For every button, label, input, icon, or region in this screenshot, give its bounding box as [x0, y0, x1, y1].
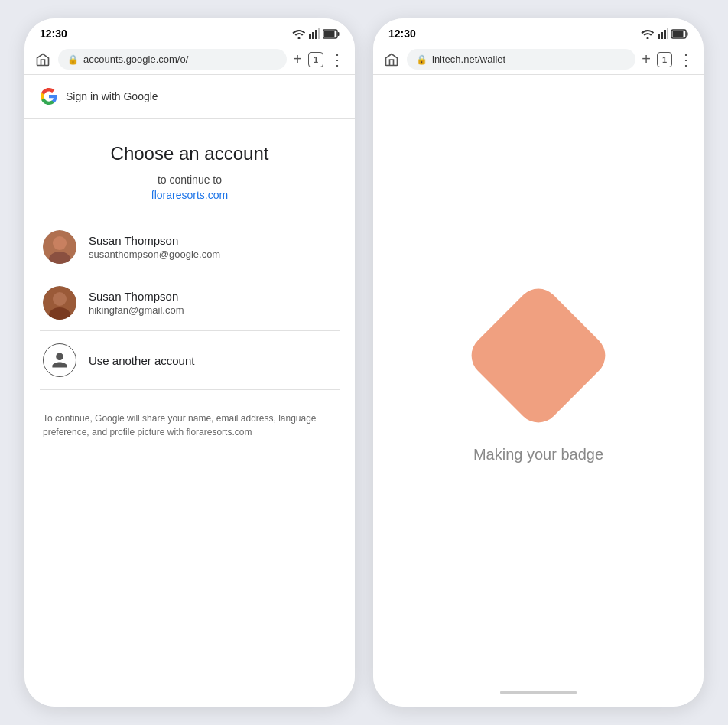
tab-count-right[interactable]: 1 — [657, 52, 672, 67]
google-content: Choose an account to continue to florare… — [24, 119, 355, 454]
home-button-left[interactable] — [34, 50, 52, 69]
use-another-account[interactable]: Use another account — [40, 331, 340, 390]
site-link[interactable]: floraresorts.com — [40, 189, 340, 201]
status-icons-left — [292, 28, 340, 39]
svg-rect-3 — [318, 28, 320, 39]
lock-icon-right: 🔒 — [416, 54, 427, 65]
menu-button-right[interactable]: ⋮ — [678, 50, 694, 69]
status-bar-left: 12:30 — [24, 18, 355, 44]
google-header: Sign in with Google — [24, 75, 355, 119]
browser-bar-left: 🔒 accounts.google.com/o/ + 1 ⋮ — [24, 44, 355, 75]
account-name-1: Susan Thompson — [89, 234, 336, 247]
badge-diamond-shape — [463, 280, 614, 431]
lock-icon-left: 🔒 — [67, 54, 79, 65]
use-another-text: Use another account — [89, 354, 194, 367]
account-item-1[interactable]: Susan Thompson susanthompson@google.com — [40, 219, 340, 275]
account-info-1: Susan Thompson susanthompson@google.com — [89, 234, 336, 260]
new-tab-button-left[interactable]: + — [293, 50, 302, 68]
account-info-2: Susan Thompson hikingfan@gmail.com — [89, 290, 336, 316]
home-button-right[interactable] — [382, 50, 401, 69]
wifi-icon — [292, 28, 306, 39]
wifi-icon-right — [641, 28, 655, 39]
avatar-1 — [43, 230, 76, 264]
time-left: 12:30 — [40, 28, 67, 40]
left-phone: 12:30 — [24, 18, 355, 707]
avatar-portrait-1 — [43, 230, 76, 264]
svg-rect-19 — [673, 31, 684, 37]
time-right: 12:30 — [388, 28, 416, 40]
google-page: Sign in with Google Choose an account to… — [24, 75, 355, 707]
svg-rect-15 — [664, 30, 666, 39]
browser-actions-left: + 1 ⋮ — [293, 50, 346, 69]
menu-button-left[interactable]: ⋮ — [330, 50, 346, 69]
svg-rect-6 — [324, 31, 335, 37]
svg-point-11 — [53, 292, 67, 306]
battery-icon — [323, 29, 340, 39]
status-bar-right: 12:30 — [373, 18, 704, 44]
person-add-icon — [43, 343, 76, 377]
signal-icon — [309, 28, 320, 39]
browser-actions-right: + 1 ⋮ — [642, 50, 694, 69]
url-bar-right[interactable]: 🔒 initech.net/wallet — [407, 49, 635, 70]
svg-rect-14 — [661, 32, 663, 39]
google-header-text: Sign in with Google — [66, 90, 158, 102]
privacy-note: To continue, Google will share your name… — [40, 396, 340, 439]
signal-icon-right — [658, 28, 668, 39]
battery-icon-right — [671, 29, 688, 39]
svg-rect-16 — [667, 28, 668, 39]
browser-bar-right: 🔒 initech.net/wallet + 1 ⋮ — [373, 44, 704, 75]
svg-rect-5 — [338, 32, 340, 36]
url-text-left: accounts.google.com/o/ — [83, 54, 188, 65]
google-logo — [40, 87, 58, 106]
avatar-portrait-2 — [43, 286, 76, 320]
svg-rect-0 — [309, 34, 311, 39]
badge-page: Making your badge — [373, 75, 704, 707]
svg-rect-2 — [315, 30, 317, 39]
account-email-2: hikingfan@gmail.com — [89, 304, 336, 316]
badge-making-label: Making your badge — [473, 446, 603, 463]
avatar-2 — [43, 286, 76, 320]
svg-rect-13 — [658, 34, 660, 39]
new-tab-button-right[interactable]: + — [642, 50, 651, 68]
account-list: Susan Thompson susanthompson@google.com — [40, 219, 340, 390]
right-phone: 12:30 — [373, 18, 704, 707]
account-name-2: Susan Thompson — [89, 290, 336, 303]
account-item-2[interactable]: Susan Thompson hikingfan@gmail.com — [40, 275, 340, 331]
svg-point-8 — [53, 236, 67, 250]
continue-text: to continue to — [40, 174, 340, 186]
url-bar-left[interactable]: 🔒 accounts.google.com/o/ — [58, 49, 287, 70]
svg-rect-18 — [687, 32, 688, 36]
choose-account-title: Choose an account — [40, 143, 340, 164]
url-text-right: initech.net/wallet — [432, 54, 505, 65]
tab-count-left[interactable]: 1 — [308, 52, 323, 67]
bottom-indicator — [500, 691, 577, 694]
account-email-1: susanthompson@google.com — [89, 249, 336, 260]
status-icons-right — [641, 28, 688, 39]
svg-rect-1 — [312, 32, 314, 39]
